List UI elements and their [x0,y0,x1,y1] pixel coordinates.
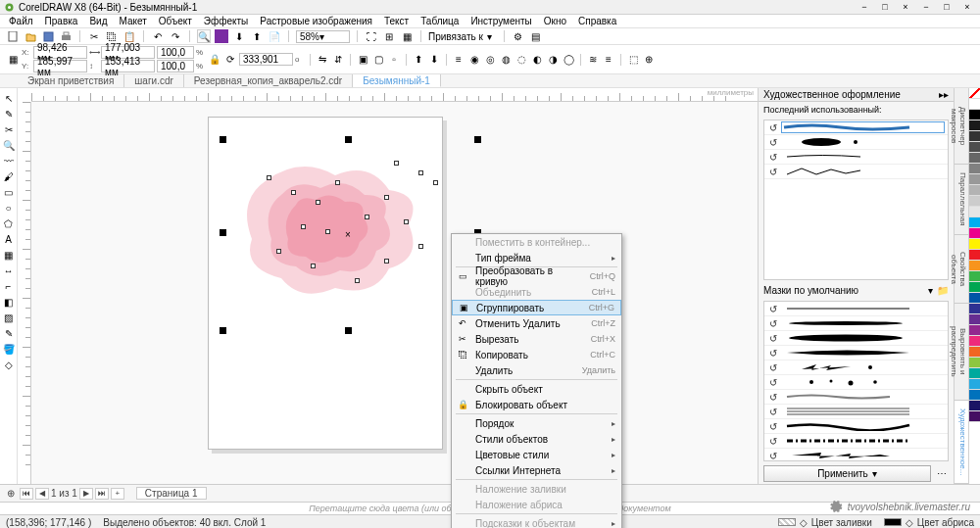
vtab-artistic[interactable]: Художественное... [955,401,968,484]
color-swatch[interactable] [969,196,980,207]
color-swatch[interactable] [969,314,980,325]
context-menu-item[interactable]: Скрыть объект [452,381,621,397]
menu-tools[interactable]: Инструменты [466,16,536,26]
y-position-field[interactable]: 185,997 мм [33,60,87,72]
context-menu-item[interactable]: ⿻КопироватьCtrl+C [452,347,621,362]
color-swatch[interactable] [969,325,980,336]
color-swatch[interactable] [969,110,980,120]
color-swatch[interactable] [969,282,980,293]
brush-thumb[interactable] [782,451,944,460]
context-menu-item[interactable]: Порядок▸ [452,415,621,431]
to-back-icon[interactable]: ⬇ [427,53,441,67]
prev-page-icon[interactable]: ◀ [35,488,49,500]
tab-untitled[interactable]: Безымянный-1 [353,74,441,87]
zoom-tool-icon[interactable]: 🔍 [2,138,16,152]
pick-tool-icon[interactable]: ↖ [2,91,16,105]
context-menu-item[interactable]: Тип фрейма▸ [452,250,621,265]
eyedropper-tool-icon[interactable]: ✎ [2,326,16,340]
boundary-icon[interactable]: ◯ [562,53,575,67]
tab-backup[interactable]: Резервная_копия_акварель2.cdr [184,74,353,87]
tab-steps[interactable]: шаги.cdr [124,74,184,87]
add-page-icon[interactable]: ⊕ [4,487,18,501]
undo-icon[interactable]: ↶ [151,29,165,43]
context-menu-item[interactable]: ↶Отменить УдалитьCtrl+Z [452,315,621,331]
mirror-v-icon[interactable]: ⇵ [331,53,345,67]
menu-layout[interactable]: Макет [114,16,151,26]
text-tool-icon[interactable]: A [2,232,16,246]
context-menu-item[interactable]: Ссылки Интернета▸ [452,462,621,478]
trim-icon[interactable]: ◎ [483,53,497,67]
cut-icon[interactable]: ✂ [87,29,101,43]
open-icon[interactable] [24,29,37,43]
vtab-props[interactable]: Свойства объекта [955,235,968,305]
convert-icon[interactable]: ⬚ [626,53,640,67]
menu-file[interactable]: Файл [4,16,38,26]
brush-thumb[interactable] [782,318,944,328]
connector-tool-icon[interactable]: ⌐ [2,279,16,293]
brush-thumb[interactable] [782,122,944,132]
brush-thumb[interactable] [782,407,944,416]
context-menu-item[interactable]: Стили объектов▸ [452,431,621,447]
tab-welcome[interactable]: Экран приветствия [18,74,124,87]
crop-tool-icon[interactable]: ✂ [2,122,16,136]
brush-thumb[interactable] [782,304,944,313]
wrap-text-icon[interactable]: ≋ [586,53,600,67]
ungroup-icon[interactable]: ▢ [371,53,385,67]
menu-effects[interactable]: Эффекты [199,16,253,26]
scale-y-field[interactable]: 100,0 [157,60,194,72]
brush-thumb[interactable] [782,333,944,343]
fill-swatch[interactable] [778,518,796,526]
dimension-tool-icon[interactable]: ↔ [2,264,16,277]
color-swatch[interactable] [969,271,980,282]
preset-icon[interactable]: ▦ [6,53,20,67]
vtab-parallel[interactable]: Параллельная [955,165,968,235]
menu-bitmaps[interactable]: Растровые изображения [255,16,377,26]
intersect-icon[interactable]: ◍ [499,53,513,67]
brush-thumb[interactable] [782,362,944,372]
page-tab[interactable]: Страница 1 [136,487,207,500]
front-minus-icon[interactable]: ◐ [530,53,544,67]
color-swatch[interactable] [969,228,980,239]
context-menu-item[interactable]: ✂ВырезатьCtrl+X [452,331,621,347]
to-front-icon[interactable]: ⬆ [412,53,425,67]
scale-x-field[interactable]: 100,0 [157,46,194,59]
color-swatch[interactable] [969,379,980,390]
vtab-align[interactable]: Выровнять и распределить [955,304,968,400]
launch-icon[interactable] [215,29,228,43]
color-swatch[interactable] [969,142,980,153]
rulers-icon[interactable]: ⊞ [382,29,396,43]
context-menu-item[interactable]: УдалитьУдалить [452,362,621,378]
rotation-field[interactable]: 333,901 [239,53,293,66]
nested-max-icon[interactable]: □ [876,2,894,13]
vertical-ruler[interactable] [18,102,31,484]
color-swatch[interactable] [969,261,980,271]
height-field[interactable]: 153,413 мм [101,60,155,72]
no-fill-swatch[interactable] [969,88,980,99]
fullscreen-icon[interactable]: ⛶ [365,29,378,43]
color-swatch[interactable] [969,131,980,142]
redo-icon[interactable]: ↷ [169,29,182,43]
export-icon[interactable]: ⬆ [250,29,264,43]
add-page-after-icon[interactable]: + [111,488,124,500]
color-swatch[interactable] [969,207,980,217]
brush-thumb[interactable] [782,137,944,147]
snap-dropdown-icon[interactable]: ▾ [487,31,497,42]
brush-thumb[interactable] [782,348,944,358]
color-swatch[interactable] [969,368,980,379]
color-swatch[interactable] [969,347,980,358]
table-tool-icon[interactable]: ▦ [2,248,16,262]
color-swatch[interactable] [969,293,980,304]
ellipse-tool-icon[interactable]: ○ [2,201,16,215]
maximize-icon[interactable]: □ [938,2,956,13]
brush-thumb[interactable] [782,167,944,176]
canvas[interactable]: × [31,102,758,484]
menu-text[interactable]: Текст [379,16,414,26]
options-icon[interactable]: ⚙ [512,29,525,43]
app-launcher-icon[interactable]: ▤ [529,29,543,43]
brush-set-dropdown[interactable]: Мазки по умолчанию [763,285,858,296]
menu-table[interactable]: Таблица [416,16,464,26]
context-menu-item[interactable]: ▭Преобразовать в кривуюCtrl+Q [452,268,621,284]
color-swatch[interactable] [969,153,980,164]
color-swatch[interactable] [969,401,980,411]
color-swatch[interactable] [969,250,980,261]
